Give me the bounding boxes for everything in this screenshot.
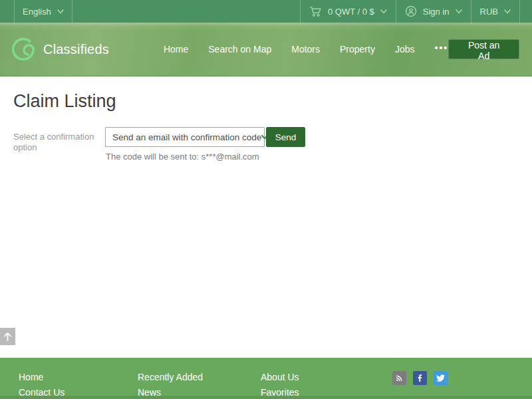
footer-link-about-us[interactable]: About Us — [261, 370, 392, 385]
currency-selector[interactable]: RUB — [471, 0, 520, 23]
confirmation-option-select[interactable]: Send an email with confirmation code — [105, 127, 265, 147]
classifieds-g-icon — [9, 35, 37, 63]
main-nav: Home Search on Map Motors Property Jobs … — [164, 44, 448, 55]
selected-option: Send an email with confirmation code — [112, 132, 261, 142]
sign-in-button[interactable]: Sign in — [396, 0, 471, 23]
top-utility-bar: English 0 QWT / 0 $ Sign in RUB — [0, 0, 532, 23]
footer-column-2: Recently Added News — [138, 370, 261, 399]
chevron-down-icon — [456, 9, 462, 14]
nav-more-button[interactable]: ••• — [435, 43, 449, 53]
chevron-down-icon — [504, 9, 511, 14]
social-links — [392, 370, 448, 399]
brand-logo[interactable]: Classifieds — [9, 35, 109, 63]
confirmation-option-label: Select a confirmation option — [13, 132, 101, 153]
nav-item-home[interactable]: Home — [164, 44, 188, 55]
nav-item-jobs[interactable]: Jobs — [395, 44, 415, 55]
post-an-ad-button[interactable]: Post an Ad — [448, 39, 519, 59]
send-button[interactable]: Send — [266, 127, 305, 147]
page-title: Claim Listing — [13, 91, 116, 112]
currency-label: RUB — [480, 7, 498, 17]
user-icon — [405, 5, 417, 17]
language-selector[interactable]: English — [14, 0, 72, 23]
footer-bottom-strip — [0, 396, 532, 399]
content-area: Claim Listing Select a confirmation opti… — [0, 76, 532, 358]
footer: Home Contact Us Recently Added News Abou… — [0, 358, 532, 399]
twitter-icon[interactable] — [434, 371, 448, 385]
code-destination-helper: The code will be sent to: s***@mail.com — [106, 152, 259, 162]
cart-total-label: 0 QWT / 0 $ — [328, 7, 374, 17]
sign-in-label: Sign in — [423, 7, 450, 17]
brand-name: Classifieds — [43, 42, 109, 57]
footer-column-1: Home Contact Us — [19, 370, 138, 399]
nav-item-search-on-map[interactable]: Search on Map — [208, 44, 271, 55]
cart-icon — [309, 6, 322, 17]
nav-item-motors[interactable]: Motors — [291, 44, 320, 55]
footer-link-recently-added[interactable]: Recently Added — [138, 370, 261, 385]
footer-link-home[interactable]: Home — [19, 370, 138, 385]
arrow-up-icon — [3, 331, 13, 342]
nav-item-property[interactable]: Property — [340, 44, 375, 55]
footer-column-3: About Us Favorites — [261, 370, 392, 399]
facebook-icon[interactable] — [413, 371, 427, 385]
chevron-down-icon — [57, 9, 64, 14]
language-label: English — [23, 7, 51, 17]
chevron-down-icon — [380, 9, 387, 14]
rss-icon[interactable] — [392, 371, 406, 385]
main-header: Classifieds Home Search on Map Motors Pr… — [0, 23, 532, 76]
cart-selector[interactable]: 0 QWT / 0 $ — [300, 0, 396, 23]
page: English 0 QWT / 0 $ Sign in RUB — [0, 0, 532, 399]
scroll-to-top-button[interactable] — [0, 328, 15, 345]
